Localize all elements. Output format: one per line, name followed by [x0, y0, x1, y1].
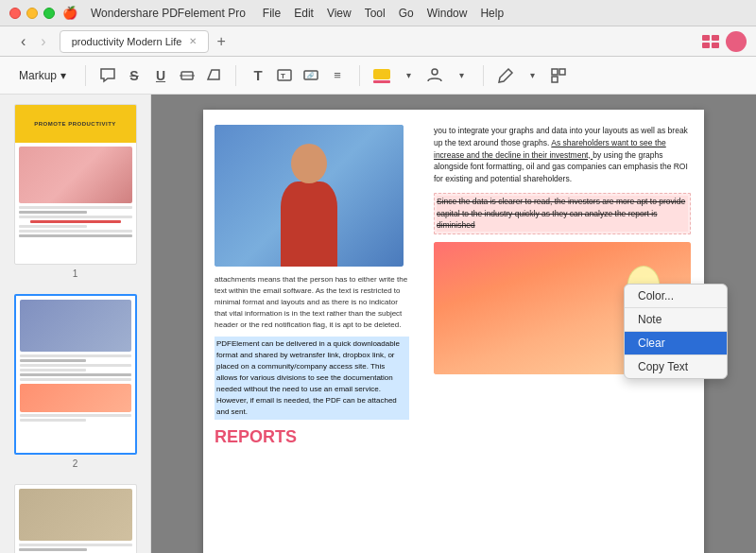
strike-text: Since the data is clearer to read, the i…: [437, 196, 688, 232]
pen-tools: ▾: [495, 65, 569, 86]
dropdown-color-icon[interactable]: ▾: [398, 65, 419, 86]
context-menu: Color... Note Clear Copy Text: [624, 284, 728, 379]
nav-back[interactable]: ‹: [15, 29, 31, 54]
tab-add-button[interactable]: +: [216, 34, 225, 49]
svg-text:🔗: 🔗: [307, 72, 315, 79]
tab-bar: ‹ › productivity Modern Life ✕ +: [0, 26, 756, 57]
menu-edit[interactable]: Edit: [294, 7, 314, 20]
grid-icon[interactable]: [701, 34, 720, 49]
svg-marker-6: [208, 70, 219, 79]
nav-forward[interactable]: ›: [35, 29, 51, 54]
tab-label: productivity Modern Life: [72, 36, 182, 47]
separator-3: [359, 65, 360, 86]
maximize-button[interactable]: [43, 8, 55, 19]
svg-rect-16: [552, 77, 558, 82]
person-dropdown-icon[interactable]: ▾: [451, 65, 472, 86]
svg-rect-0: [702, 35, 710, 41]
menu-file[interactable]: File: [263, 7, 281, 20]
menu-tool[interactable]: Tool: [365, 7, 386, 20]
svg-rect-3: [712, 43, 719, 48]
textbox-icon[interactable]: T: [274, 65, 295, 86]
text-icon[interactable]: T: [248, 65, 268, 86]
svg-rect-12: [373, 80, 390, 83]
thumb-3-image: [19, 489, 132, 541]
strikethrough-icon[interactable]: S: [124, 65, 145, 86]
app-name: Wondershare PDFelement Pro: [91, 7, 246, 20]
main-area: PROMOTE PRODUCTIVITY 1: [0, 95, 756, 553]
thumb-page-3[interactable]: 3: [8, 484, 143, 553]
thumb-1-header: PROMOTE PRODUCTIVITY: [15, 105, 136, 143]
lines-icon[interactable]: ≡: [327, 65, 348, 86]
main-image: [215, 125, 404, 267]
title-bar: 🍎 Wondershare PDFelement Pro File Edit V…: [0, 0, 756, 26]
underline-icon[interactable]: U: [150, 65, 171, 86]
tab-active[interactable]: productivity Modern Life ✕: [60, 30, 210, 53]
left-body-text: attachments means that the person has to…: [215, 274, 409, 331]
svg-rect-11: [373, 69, 390, 79]
menu-window[interactable]: Window: [427, 7, 468, 20]
color-picker-icon[interactable]: [371, 65, 392, 86]
tab-close-icon[interactable]: ✕: [189, 36, 197, 46]
menu-go[interactable]: Go: [399, 7, 414, 20]
context-menu-clear[interactable]: Clear: [625, 332, 727, 354]
markup-dropdown-icon: ▾: [60, 69, 66, 82]
context-menu-note[interactable]: Note: [625, 308, 727, 331]
right-top-text: you to integrate your graphs and data in…: [434, 125, 691, 185]
annotation-tools: S U: [97, 65, 224, 86]
thumb-1[interactable]: PROMOTE PRODUCTIVITY: [14, 104, 137, 265]
svg-rect-14: [552, 69, 558, 75]
svg-point-13: [432, 69, 438, 75]
separator-2: [235, 65, 236, 86]
thumb-page-1[interactable]: PROMOTE PRODUCTIVITY 1: [8, 104, 143, 279]
separator-1: [85, 65, 86, 86]
text-tools: T T 🔗 ≡: [248, 65, 348, 86]
thumb-page-2[interactable]: 2: [8, 294, 143, 469]
reports-heading: REPORTS: [215, 427, 409, 447]
close-button[interactable]: [9, 8, 21, 19]
pen-dropdown-icon[interactable]: ▾: [522, 65, 542, 86]
apple-icon: 🍎: [62, 6, 77, 20]
thumb-2-num: 2: [73, 458, 78, 469]
person-icon[interactable]: [424, 65, 445, 86]
user-avatar[interactable]: [726, 31, 747, 52]
highlight-icon[interactable]: [177, 65, 198, 86]
svg-rect-1: [712, 35, 719, 41]
traffic-lights: [9, 8, 55, 19]
thumb-3[interactable]: [14, 484, 137, 553]
sidebar-thumbnails: PROMOTE PRODUCTIVITY 1: [0, 95, 151, 553]
expand-icon[interactable]: [548, 65, 569, 86]
comment-icon[interactable]: [97, 65, 118, 86]
toolbar: Markup ▾ S U T T 🔗 ≡: [0, 57, 756, 95]
menu-bar: File Edit View Tool Go Window Help: [263, 7, 504, 20]
thumb-2[interactable]: [14, 294, 137, 455]
markup-label: Markup: [19, 69, 57, 82]
menu-help[interactable]: Help: [480, 7, 504, 20]
pen-icon[interactable]: [495, 65, 516, 86]
highlighted-text-content: PDFElement can be delivered in a quick d…: [216, 339, 400, 416]
markup-button[interactable]: Markup ▾: [11, 65, 74, 86]
context-menu-copy-text[interactable]: Copy Text: [625, 355, 727, 378]
strike-text-content: Since the data is clearer to read, the i…: [437, 197, 685, 231]
svg-rect-15: [559, 69, 565, 75]
tab-bar-actions: [701, 31, 747, 52]
link-icon[interactable]: 🔗: [301, 65, 321, 86]
thumb-1-num: 1: [73, 268, 78, 279]
svg-text:T: T: [281, 72, 285, 80]
thumb-2-image: [20, 300, 131, 352]
context-menu-color[interactable]: Color...: [625, 285, 727, 307]
separator-4: [483, 65, 484, 86]
minimize-button[interactable]: [26, 8, 38, 19]
strikethrough-block: Since the data is clearer to read, the i…: [434, 193, 691, 234]
svg-rect-2: [702, 43, 710, 48]
menu-view[interactable]: View: [327, 7, 352, 20]
eraser-icon[interactable]: [203, 65, 224, 86]
highlighted-text: PDFElement can be delivered in a quick d…: [215, 337, 409, 420]
pdf-left-column: attachments means that the person has to…: [203, 110, 421, 553]
style-tools: ▾ ▾: [371, 65, 472, 86]
thumb-1-image: [19, 147, 132, 203]
content-area: attachments means that the person has to…: [151, 95, 756, 553]
